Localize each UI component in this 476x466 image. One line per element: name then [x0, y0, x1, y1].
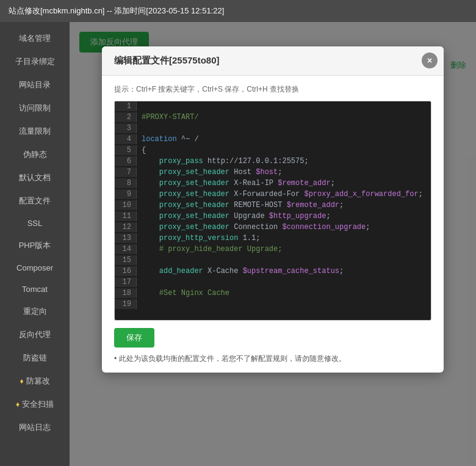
sidebar: 域名管理 子目录绑定 网站目录 访问限制 流量限制 伪静态 默认文档 配置文件 …	[0, 22, 70, 466]
save-button[interactable]: 保存	[114, 328, 154, 348]
sidebar-item-domain[interactable]: 域名管理	[0, 27, 70, 50]
modal-title: 编辑配置文件[25575to80]	[114, 55, 220, 65]
line-code: proxy_set_header X-Real-IP $remote_addr;	[137, 178, 340, 188]
code-line: 17	[115, 277, 431, 288]
line-number: 12	[115, 222, 137, 232]
code-line: 10 proxy_set_header REMOTE-HOST $remote_…	[115, 200, 431, 211]
code-line: 9 proxy_set_header X-Forwarded-For $prox…	[115, 189, 431, 200]
line-code: add_header X-Cache $upstream_cache_statu…	[137, 266, 348, 276]
sidebar-item-site-dir[interactable]: 网站目录	[0, 73, 70, 96]
line-number: 11	[115, 211, 137, 221]
line-number: 4	[115, 134, 137, 144]
line-number: 13	[115, 233, 137, 243]
line-number: 14	[115, 244, 137, 254]
modal-close-button[interactable]: ×	[422, 53, 438, 68]
code-line: 13 proxy_http_version 1.1;	[115, 233, 431, 244]
line-code: proxy_pass http://127.0.0.1:25575;	[137, 156, 314, 166]
sidebar-item-default-doc[interactable]: 默认文档	[0, 166, 70, 189]
line-number: 19	[115, 299, 137, 309]
sidebar-item-scan[interactable]: ♦ 安全扫描	[0, 393, 70, 416]
code-line: 1	[115, 101, 431, 112]
code-line: 14 # proxy_hide_header Upgrade;	[115, 244, 431, 255]
line-code: # proxy_hide_header Upgrade;	[137, 244, 287, 254]
modal-body: 提示：Ctrl+F 搜索关键字，Ctrl+S 保存，Ctrl+H 查找替换 12…	[102, 76, 444, 373]
sidebar-item-traffic[interactable]: 流量限制	[0, 120, 70, 143]
top-bar: 站点修改[mcbkm.nightb.cn] -- 添加时间[2023-05-15…	[0, 0, 476, 22]
code-line: 8 proxy_set_header X-Real-IP $remote_add…	[115, 178, 431, 189]
line-number: 5	[115, 145, 137, 155]
line-number: 1	[115, 101, 137, 111]
config-modal: × 编辑配置文件[25575to80] 提示：Ctrl+F 搜索关键字，Ctrl…	[102, 46, 444, 373]
hint-text: 提示：Ctrl+F 搜索关键字，Ctrl+S 保存，Ctrl+H 查找替换	[114, 84, 431, 95]
line-code	[137, 101, 146, 103]
line-number: 8	[115, 178, 137, 188]
line-code: proxy_set_header X-Forwarded-For $proxy_…	[137, 189, 428, 199]
line-number: 16	[115, 266, 137, 276]
code-line: 18 #Set Nginx Cache	[115, 288, 431, 299]
sidebar-item-reverse-proxy[interactable]: 反向代理	[0, 323, 70, 346]
code-line: 19	[115, 299, 431, 310]
line-code: proxy_set_header Upgrade $http_upgrade;	[137, 211, 336, 221]
sidebar-item-redirect[interactable]: 重定向	[0, 300, 70, 323]
sidebar-item-subdir[interactable]: 子目录绑定	[0, 50, 70, 73]
line-code: proxy_set_header Host $host;	[137, 167, 287, 177]
line-number: 9	[115, 189, 137, 199]
top-bar-title: 站点修改[mcbkm.nightb.cn] -- 添加时间[2023-05-15…	[9, 5, 224, 16]
code-line: 12 proxy_set_header Connection $connecti…	[115, 222, 431, 233]
code-line: 3	[115, 123, 431, 134]
code-line: 11 proxy_set_header Upgrade $http_upgrad…	[115, 211, 431, 222]
line-code	[137, 255, 146, 257]
sidebar-item-php[interactable]: PHP版本	[0, 234, 70, 257]
line-code: {	[137, 145, 151, 155]
code-line: 5{	[115, 145, 431, 156]
sidebar-item-access[interactable]: 访问限制	[0, 96, 70, 120]
line-code: #Set Nginx Cache	[137, 288, 234, 298]
code-line: 2#PROXY-START/	[115, 112, 431, 123]
line-code: proxy_http_version 1.1;	[137, 233, 265, 243]
code-line: 15	[115, 255, 431, 266]
code-line: 4location ^~ /	[115, 134, 431, 145]
sidebar-item-tamper[interactable]: ♦ 防篡改	[0, 370, 70, 393]
line-code	[137, 123, 146, 125]
main-content: 添加反向代理 操作 生 | 编辑 | 删除 × 编辑配置文件[25575to80…	[70, 22, 476, 466]
code-line: 16 add_header X-Cache $upstream_cache_st…	[115, 266, 431, 277]
line-code: location ^~ /	[137, 134, 204, 144]
code-line: 6 proxy_pass http://127.0.0.1:25575;	[115, 156, 431, 167]
sidebar-item-composer[interactable]: Composer	[0, 257, 70, 279]
line-code	[137, 299, 146, 300]
line-code: #PROXY-START/	[137, 112, 204, 122]
line-number: 10	[115, 200, 137, 210]
line-number: 6	[115, 156, 137, 166]
line-code: proxy_set_header REMOTE-HOST $remote_add…	[137, 200, 348, 210]
line-number: 2	[115, 112, 137, 122]
sidebar-item-fake-static[interactable]: 伪静态	[0, 143, 70, 166]
sidebar-item-hotlink[interactable]: 防盗链	[0, 346, 70, 370]
line-code: proxy_set_header Connection $connection_…	[137, 222, 375, 232]
line-number: 3	[115, 123, 137, 133]
code-editor[interactable]: 12#PROXY-START/34location ^~ /5{6 proxy_…	[114, 101, 431, 321]
line-number: 7	[115, 167, 137, 177]
code-line: 7 proxy_set_header Host $host;	[115, 167, 431, 178]
line-code	[137, 277, 146, 279]
main-layout: 域名管理 子目录绑定 网站目录 访问限制 流量限制 伪静态 默认文档 配置文件 …	[0, 22, 476, 466]
modal-overlay: × 编辑配置文件[25575to80] 提示：Ctrl+F 搜索关键字，Ctrl…	[70, 22, 476, 466]
note-text: 此处为该负载均衡的配置文件，若您不了解配置规则，请勿随意修改。	[114, 354, 431, 364]
modal-header: 编辑配置文件[25575to80]	[102, 46, 444, 76]
line-number: 17	[115, 277, 137, 287]
line-number: 15	[115, 255, 137, 265]
gem-icon: ♦	[20, 377, 23, 385]
line-number: 18	[115, 288, 137, 298]
sidebar-item-config[interactable]: 配置文件	[0, 189, 70, 213]
sidebar-item-ssl[interactable]: SSL	[0, 213, 70, 234]
sidebar-item-site-log[interactable]: 网站日志	[0, 416, 70, 439]
sidebar-item-tomcat[interactable]: Tomcat	[0, 279, 70, 300]
gem-icon-2: ♦	[16, 400, 20, 409]
